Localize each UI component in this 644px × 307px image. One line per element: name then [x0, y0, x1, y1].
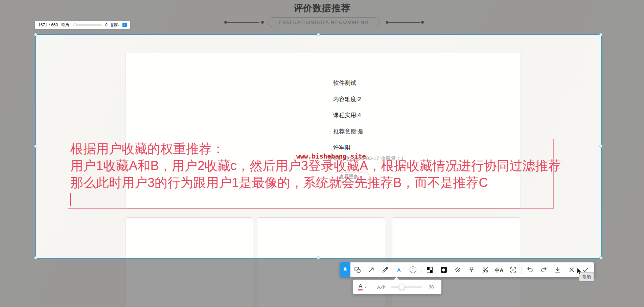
dim-overlay [0, 35, 36, 258]
chevron-down-icon[interactable]: ∨ [364, 285, 367, 289]
arrow-icon [368, 266, 375, 274]
selection-handle[interactable] [317, 256, 320, 259]
blur-tool-button[interactable] [437, 262, 451, 277]
dim-overlay [0, 0, 644, 35]
pin-tool-button[interactable] [464, 262, 478, 277]
annotation-toolbar: A 1 中A [340, 262, 594, 277]
text-icon: A [397, 267, 401, 273]
font-settings-panel: A ∨ 大小 38 [353, 280, 441, 294]
font-color-button[interactable]: A [358, 283, 363, 291]
selection-handle[interactable] [599, 256, 602, 259]
undo-icon [526, 266, 534, 274]
radius-label: 圆角 [61, 22, 69, 28]
redo-button[interactable] [537, 262, 551, 277]
selection-handle[interactable] [599, 145, 602, 148]
radius-slider[interactable] [73, 24, 102, 26]
screenshot-editor: 评价数据推荐 EVALUATIONDATA RECOMMEND 软件测试 内容难… [0, 0, 644, 307]
selection-handle[interactable] [34, 256, 37, 259]
pencil-icon [382, 266, 389, 274]
step-number-icon: 1 [410, 266, 416, 273]
undo-button[interactable] [523, 262, 537, 277]
bell-icon [343, 267, 348, 273]
hatch-tool-button[interactable] [451, 262, 464, 277]
blur-icon [441, 267, 447, 273]
svg-text:A: A [512, 268, 514, 271]
shadow-label: 阴影 [111, 22, 119, 28]
mosaic-icon [427, 267, 433, 273]
hatch-icon [454, 266, 461, 274]
pin-icon [468, 266, 475, 274]
shapes-tool-button[interactable] [350, 262, 364, 277]
redo-icon [540, 266, 548, 274]
pencil-tool-button[interactable] [378, 262, 392, 277]
selection-handle[interactable] [317, 33, 320, 36]
selection-handle[interactable] [34, 145, 37, 148]
font-size-value: 38 [429, 284, 434, 289]
selection-size-bar: 1671 * 660 圆角 0 阴影 ✓ [35, 21, 130, 29]
download-button[interactable] [551, 262, 565, 277]
mouse-cursor [576, 268, 583, 277]
selection-dimensions: 1671 * 660 [38, 23, 58, 27]
selection-rectangle[interactable] [35, 34, 602, 259]
cut-tool-button[interactable] [478, 262, 492, 277]
font-size-slider[interactable] [391, 286, 422, 288]
shapes-icon [354, 266, 361, 274]
ocr-tool-button[interactable]: A [506, 262, 520, 277]
arrow-tool-button[interactable] [364, 262, 378, 277]
translate-icon: 中A [495, 267, 504, 273]
scissors-icon [482, 266, 489, 274]
toolbar-separator [521, 266, 522, 274]
download-icon [554, 266, 561, 274]
dim-overlay [601, 35, 644, 258]
size-label: 大小 [377, 284, 386, 290]
font-size-slider-knob[interactable] [399, 284, 405, 290]
translate-tool-button[interactable]: 中A [492, 262, 506, 277]
toolbar-separator [421, 266, 421, 274]
selection-handle[interactable] [599, 33, 602, 36]
radius-value: 0 [105, 23, 108, 27]
radius-slider-knob[interactable] [73, 23, 76, 26]
shadow-checkbox[interactable]: ✓ [122, 23, 127, 27]
selection-handle[interactable] [34, 33, 37, 36]
text-tool-button[interactable]: A [392, 262, 406, 277]
ocr-icon: A [509, 266, 517, 274]
close-icon [568, 266, 575, 274]
mosaic-tool-button[interactable] [423, 262, 437, 277]
step-number-tool-button[interactable]: 1 [406, 262, 420, 277]
marker-button[interactable] [340, 262, 350, 277]
